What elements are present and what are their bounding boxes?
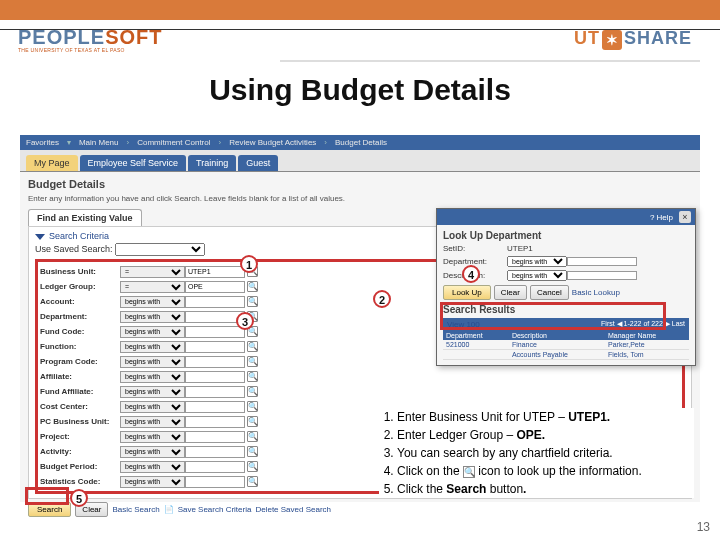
lookup-button[interactable]: Look Up <box>443 285 491 300</box>
popup-dept-input[interactable] <box>567 257 637 266</box>
breadcrumb-item[interactable]: Favorites <box>26 138 59 147</box>
table-row[interactable]: 521000FinanceParker,Pete <box>443 340 689 350</box>
popup-field-label: SetID: <box>443 244 507 253</box>
criteria-op-select[interactable]: begins with <box>120 476 185 488</box>
tab-guest[interactable]: Guest <box>238 155 278 171</box>
criteria-input[interactable] <box>185 266 245 278</box>
breadcrumb-item[interactable]: Commitment Control <box>137 138 210 147</box>
lookup-icon[interactable]: 🔍 <box>247 416 258 427</box>
saved-search-select[interactable] <box>115 243 205 256</box>
col-department[interactable]: Department <box>443 331 509 340</box>
criteria-input[interactable] <box>185 326 245 338</box>
lookup-icon[interactable]: 🔍 <box>247 371 258 382</box>
tab-mypage[interactable]: My Page <box>26 155 78 171</box>
criteria-input[interactable] <box>185 296 245 308</box>
criteria-input[interactable] <box>185 281 245 293</box>
criteria-input[interactable] <box>185 476 245 488</box>
popup-buttons: Look Up Clear Cancel Basic Lookup <box>443 285 689 300</box>
lookup-icon[interactable]: 🔍 <box>247 296 258 307</box>
callout-1: 1 <box>240 255 258 273</box>
criteria-op-select[interactable]: begins with <box>120 431 185 443</box>
criteria-input[interactable] <box>185 386 245 398</box>
callout-5: 5 <box>70 489 88 507</box>
criteria-label: Department: <box>40 312 120 321</box>
criteria-op-select[interactable]: = <box>120 281 185 293</box>
col-manager[interactable]: Manager Name <box>605 331 689 340</box>
lookup-icon[interactable]: 🔍 <box>247 281 258 292</box>
criteria-op-select[interactable]: begins with <box>120 326 185 338</box>
criteria-input[interactable] <box>185 446 245 458</box>
criteria-label: Fund Code: <box>40 327 120 336</box>
popup-op-select[interactable]: begins with <box>507 270 567 281</box>
save-criteria-link[interactable]: Save Search Criteria <box>178 505 252 514</box>
lookup-icon[interactable]: 🔍 <box>247 356 258 367</box>
lookup-icon[interactable]: 🔍 <box>247 431 258 442</box>
page-heading: Budget Details <box>28 178 692 190</box>
breadcrumb-item[interactable]: Main Menu <box>79 138 119 147</box>
table-cell[interactable]: Accounts Payable <box>509 350 605 360</box>
tab-ess[interactable]: Employee Self Service <box>80 155 187 171</box>
tab-training[interactable]: Training <box>188 155 236 171</box>
table-cell[interactable]: Finance <box>509 340 605 350</box>
criteria-op-select[interactable]: begins with <box>120 311 185 323</box>
table-cell[interactable] <box>443 350 509 360</box>
find-existing-tab[interactable]: Find an Existing Value <box>28 209 142 226</box>
table-row[interactable]: Accounts PayableFields, Tom <box>443 350 689 360</box>
criteria-op-select[interactable]: begins with <box>120 371 185 383</box>
popup-help-link[interactable]: ? Help <box>650 213 673 222</box>
lookup-department-popup: ? Help × Look Up Department SetID: UTEP1… <box>436 208 696 366</box>
table-cell[interactable]: Fields, Tom <box>605 350 689 360</box>
lookup-icon[interactable]: 🔍 <box>247 386 258 397</box>
popup-setid-row: SetID: UTEP1 <box>443 244 689 253</box>
slide-header: PEOPLESOFT THE UNIVERSITY OF TEXAS AT EL… <box>0 0 720 65</box>
popup-clear-button[interactable]: Clear <box>494 285 527 300</box>
skyline-graphic <box>0 0 720 20</box>
criteria-op-select[interactable]: begins with <box>120 356 185 368</box>
utshare-logo: UT✶SHARE <box>574 28 692 50</box>
criteria-input[interactable] <box>185 401 245 413</box>
table-cell[interactable]: Parker,Pete <box>605 340 689 350</box>
criteria-input[interactable] <box>185 356 245 368</box>
slide-number: 13 <box>697 520 710 534</box>
lookup-icon[interactable]: 🔍 <box>247 476 258 487</box>
lookup-icon[interactable]: 🔍 <box>247 446 258 457</box>
popup-desc-input[interactable] <box>567 271 637 280</box>
popup-op-select[interactable]: begins with <box>507 256 567 267</box>
chevron-down-icon <box>35 234 45 240</box>
popup-title: Look Up Department <box>443 230 689 241</box>
criteria-label: Project: <box>40 432 120 441</box>
criteria-input[interactable] <box>185 371 245 383</box>
criteria-op-select[interactable]: begins with <box>120 461 185 473</box>
criteria-op-select[interactable]: begins with <box>120 446 185 458</box>
peoplesoft-logo: PEOPLESOFT THE UNIVERSITY OF TEXAS AT EL… <box>18 26 162 53</box>
col-description[interactable]: Description <box>509 331 605 340</box>
criteria-row: Fund Affiliate:begins with🔍 <box>40 384 680 399</box>
breadcrumb-item[interactable]: Budget Details <box>335 138 387 147</box>
lookup-icon[interactable]: 🔍 <box>247 461 258 472</box>
basic-search-link[interactable]: Basic Search <box>112 505 159 514</box>
criteria-label: Fund Affiliate: <box>40 387 120 396</box>
lookup-icon[interactable]: 🔍 <box>247 401 258 412</box>
basic-lookup-link[interactable]: Basic Lookup <box>572 288 620 297</box>
breadcrumb: Favorites▾ Main Menu› Commitment Control… <box>20 135 700 150</box>
x-icon: ✶ <box>602 30 622 50</box>
breadcrumb-item[interactable]: Review Budget Activities <box>229 138 316 147</box>
criteria-op-select[interactable]: begins with <box>120 341 185 353</box>
lookup-icon[interactable]: 🔍 <box>247 341 258 352</box>
slide-title: Using Budget Details <box>0 73 720 107</box>
popup-dept-row: Department: begins with <box>443 256 689 267</box>
criteria-op-select[interactable]: begins with <box>120 416 185 428</box>
delete-saved-link[interactable]: Delete Saved Search <box>255 505 331 514</box>
criteria-input[interactable] <box>185 461 245 473</box>
table-cell[interactable]: 521000 <box>443 340 509 350</box>
criteria-op-select[interactable]: begins with <box>120 401 185 413</box>
criteria-op-select[interactable]: = <box>120 266 185 278</box>
criteria-input[interactable] <box>185 416 245 428</box>
criteria-op-select[interactable]: begins with <box>120 386 185 398</box>
criteria-input[interactable] <box>185 431 245 443</box>
popup-cancel-button[interactable]: Cancel <box>530 285 569 300</box>
criteria-op-select[interactable]: begins with <box>120 296 185 308</box>
close-icon[interactable]: × <box>679 211 691 223</box>
logo-text-share: SHARE <box>624 28 692 48</box>
criteria-input[interactable] <box>185 341 245 353</box>
